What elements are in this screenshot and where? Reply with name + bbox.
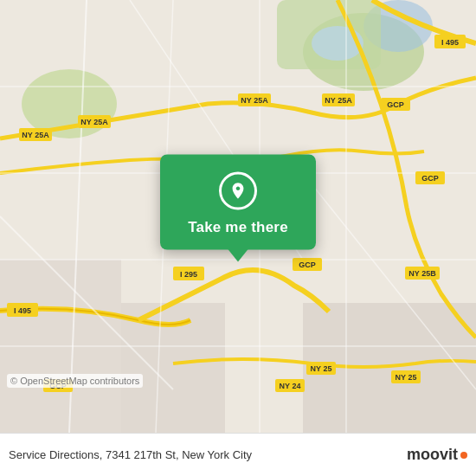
location-pin-icon bbox=[228, 182, 248, 201]
take-me-there-button[interactable]: Take me there bbox=[188, 219, 288, 236]
location-icon-circle bbox=[219, 172, 257, 210]
svg-text:NY 25B: NY 25B bbox=[408, 269, 436, 278]
address-text: Service Directions, 7341 217th St, New Y… bbox=[9, 448, 407, 461]
svg-text:NY 24: NY 24 bbox=[280, 382, 301, 390]
svg-text:GCP: GCP bbox=[299, 261, 316, 269]
svg-text:NY 25A: NY 25A bbox=[22, 131, 49, 139]
svg-text:GCP: GCP bbox=[387, 100, 404, 109]
svg-text:NY 25A: NY 25A bbox=[325, 96, 352, 105]
moovit-dot bbox=[460, 452, 467, 459]
moovit-logo: moovit bbox=[407, 446, 467, 464]
svg-text:NY 25A: NY 25A bbox=[241, 96, 268, 105]
footer-bar: Service Directions, 7341 217th St, New Y… bbox=[0, 433, 476, 476]
map-container: NY 25A NY 25A NY 25A NY 25A I 495 I 495 … bbox=[0, 0, 476, 433]
map-attribution: © OpenStreetMap contributors bbox=[7, 374, 143, 388]
popup-card: Take me there bbox=[160, 155, 316, 250]
svg-text:NY 25A: NY 25A bbox=[80, 118, 108, 126]
svg-text:NY 25: NY 25 bbox=[311, 364, 332, 373]
svg-text:I 295: I 295 bbox=[180, 270, 197, 279]
svg-text:NY 25: NY 25 bbox=[396, 373, 417, 382]
svg-text:I 495: I 495 bbox=[14, 306, 31, 315]
svg-text:GCP: GCP bbox=[421, 174, 439, 183]
svg-text:I 495: I 495 bbox=[441, 38, 459, 47]
moovit-text: moovit bbox=[407, 446, 458, 464]
